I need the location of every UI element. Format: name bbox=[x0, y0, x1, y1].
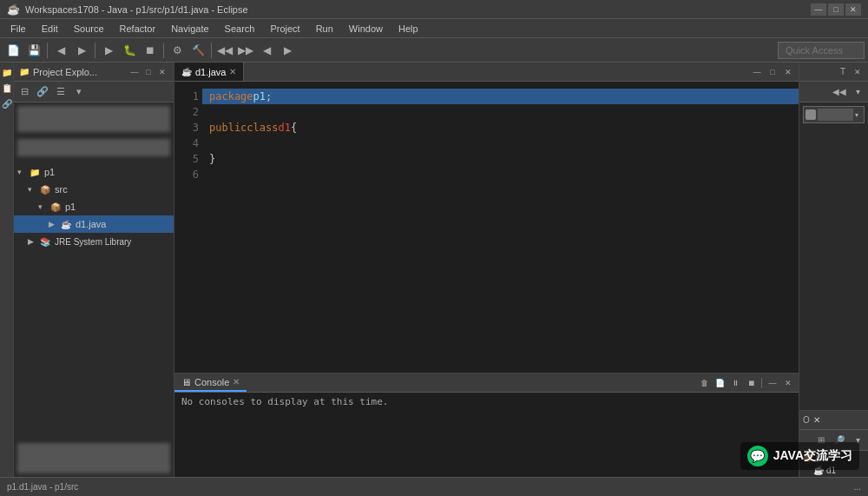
tree-label-jre: JRE System Library bbox=[55, 237, 131, 247]
rp-x-btn[interactable]: ✕ bbox=[813, 415, 820, 425]
rp-btn-2[interactable]: ▾ bbox=[849, 83, 866, 101]
tree-item-p1[interactable]: ▾ 📁 p1 bbox=[14, 163, 174, 181]
toolbar-new[interactable]: 📄 bbox=[3, 41, 23, 60]
watermark: 💬 JAVA交流学习 bbox=[740, 442, 859, 470]
code-content[interactable]: package p1; public class d1 { } bbox=[202, 82, 799, 373]
pe-tab-icon: 📁 bbox=[19, 67, 30, 76]
editor-tab-bar: ☕ d1.java ✕ — □ ✕ bbox=[174, 63, 799, 82]
rp-input-box[interactable]: ▾ bbox=[803, 106, 865, 123]
menu-run[interactable]: Run bbox=[309, 19, 340, 37]
pe-close-btn[interactable]: ✕ bbox=[156, 66, 168, 78]
rp-btn-1[interactable]: ◀◀ bbox=[831, 83, 848, 101]
toolbar-extra3[interactable]: ◀ bbox=[257, 41, 276, 60]
tree-label-src: src bbox=[55, 184, 68, 195]
menu-search[interactable]: Search bbox=[218, 19, 262, 37]
nav-outline-icon[interactable]: 📋 bbox=[1, 82, 13, 94]
menu-project[interactable]: Project bbox=[263, 19, 306, 37]
console-minimize-btn[interactable]: — bbox=[766, 376, 779, 390]
tree-item-src[interactable]: ▾ 📦 src bbox=[14, 181, 174, 198]
toolbar-save[interactable]: 💾 bbox=[24, 41, 43, 60]
menu-source[interactable]: Source bbox=[67, 19, 111, 37]
nav-hier-icon[interactable]: 🔗 bbox=[1, 97, 13, 109]
toolbar-extra4[interactable]: ▶ bbox=[278, 41, 297, 60]
minimize-button[interactable]: — bbox=[811, 3, 826, 16]
toolbar-back[interactable]: ◀ bbox=[51, 41, 70, 60]
console-scroll-btn[interactable]: 📄 bbox=[713, 376, 727, 390]
rp-input-inner[interactable] bbox=[818, 109, 853, 121]
toolbar-forward[interactable]: ▶ bbox=[72, 41, 91, 60]
editor-controls: — □ ✕ bbox=[746, 63, 799, 81]
toolbar-build[interactable]: 🔨 bbox=[188, 41, 207, 60]
code-brace-close: } bbox=[209, 151, 215, 167]
console-tab-console[interactable]: 🖥 Console ✕ bbox=[174, 374, 247, 392]
editor-tab-icon: ☕ bbox=[181, 67, 192, 76]
pe-link-btn[interactable]: 🔗 bbox=[34, 83, 51, 101]
toolbar-sep-4 bbox=[211, 43, 212, 58]
code-pkg-name: p1 bbox=[253, 89, 266, 104]
menu-help[interactable]: Help bbox=[391, 19, 425, 37]
code-keyword-public: public bbox=[209, 120, 247, 136]
pe-menu-btn[interactable]: ☰ bbox=[52, 83, 69, 101]
menu-window[interactable]: Window bbox=[342, 19, 390, 37]
code-line-1: package p1; bbox=[202, 89, 799, 104]
toolbar-extra1[interactable]: ◀◀ bbox=[215, 41, 234, 60]
code-line-3: public class d1 { bbox=[209, 120, 792, 136]
rp-t-btn[interactable]: T bbox=[840, 67, 845, 76]
code-line-5: } bbox=[209, 151, 792, 167]
tree-arrow-p1-pkg: ▾ bbox=[38, 202, 49, 211]
rp-toolbar: ◀◀ ▾ bbox=[799, 82, 868, 103]
menu-file[interactable]: File bbox=[3, 19, 33, 37]
console-stop-btn[interactable]: ⏹ bbox=[744, 376, 758, 390]
close-button[interactable]: ✕ bbox=[845, 3, 861, 16]
quick-access-input[interactable] bbox=[778, 42, 865, 59]
console-clear-btn[interactable]: 🗑 bbox=[697, 376, 711, 390]
console-pause-btn[interactable]: ⏸ bbox=[728, 376, 742, 390]
editor-maximize-btn[interactable]: □ bbox=[766, 65, 779, 79]
watermark-icon: 💬 bbox=[747, 446, 768, 466]
pe-minimize-btn[interactable]: — bbox=[128, 66, 141, 78]
status-bar: p1.d1.java - p1/src ... bbox=[0, 477, 868, 496]
pe-maximize-btn[interactable]: □ bbox=[142, 66, 155, 78]
nav-pe-icon[interactable]: 📁 bbox=[1, 66, 13, 78]
status-location: p1.d1.java - p1/src bbox=[7, 482, 78, 492]
toolbar-stop[interactable]: ⏹ bbox=[141, 41, 160, 60]
editor-tab-close[interactable]: ✕ bbox=[229, 67, 236, 76]
pe-toolbar: ⊟ 🔗 ☰ ▾ bbox=[14, 82, 174, 103]
menu-edit[interactable]: Edit bbox=[35, 19, 65, 37]
tree-icon-d1: ☕ bbox=[59, 217, 73, 231]
toolbar-extra2[interactable]: ▶▶ bbox=[236, 41, 255, 60]
console-message: No consoles to display at this time. bbox=[181, 396, 388, 407]
editor-minimize-btn[interactable]: — bbox=[750, 65, 764, 79]
menu-refactor[interactable]: Refactor bbox=[113, 19, 163, 37]
rp-close-btn[interactable]: ✕ bbox=[851, 65, 865, 79]
console-tab-close[interactable]: ✕ bbox=[233, 377, 240, 387]
tree-label-d1: d1.java bbox=[76, 219, 106, 229]
code-class-name: d1 bbox=[278, 120, 290, 136]
console-sep bbox=[761, 378, 762, 388]
toolbar-settings[interactable]: ⚙ bbox=[168, 41, 187, 60]
window-controls: — □ ✕ bbox=[811, 3, 861, 16]
code-editor[interactable]: 1 2 3 4 5 6 package p1; public class d1 … bbox=[174, 82, 799, 373]
toolbar-sep-1 bbox=[47, 43, 48, 58]
menu-navigate[interactable]: Navigate bbox=[164, 19, 215, 37]
tree-item-p1-pkg[interactable]: ▾ 📦 p1 bbox=[14, 198, 174, 215]
pe-collapse-btn[interactable]: ⊟ bbox=[16, 83, 33, 101]
tree-arrow-src: ▾ bbox=[28, 185, 38, 194]
toolbar-run[interactable]: ▶ bbox=[99, 41, 118, 60]
console-close-btn[interactable]: ✕ bbox=[781, 376, 795, 390]
tree-item-d1-java[interactable]: ▶ ☕ d1.java bbox=[14, 215, 174, 233]
rp-dropdown-arrow[interactable]: ▾ bbox=[855, 111, 862, 119]
editor-close-btn[interactable]: ✕ bbox=[781, 65, 795, 79]
maximize-button[interactable]: □ bbox=[828, 3, 844, 16]
toolbar-debug[interactable]: 🐛 bbox=[120, 41, 139, 60]
rp-color-swatch bbox=[806, 109, 816, 120]
editor-tab-d1[interactable]: ☕ d1.java ✕ bbox=[174, 63, 244, 81]
tree-item-jre[interactable]: ▶ 📚 JRE System Library bbox=[14, 233, 174, 250]
pe-blurred-2 bbox=[17, 139, 170, 156]
tree-arrow-jre: ▶ bbox=[28, 237, 38, 246]
main-layout: 📁 📋 🔗 📁 Project Explo... — □ ✕ ⊟ 🔗 ☰ ▾ bbox=[0, 63, 868, 477]
rp-o-btn[interactable]: O bbox=[803, 415, 810, 425]
toolbar-sep-3 bbox=[163, 43, 164, 58]
console-controls: 🗑 📄 ⏸ ⏹ — ✕ bbox=[694, 374, 799, 392]
pe-filter-btn[interactable]: ▾ bbox=[70, 83, 88, 101]
